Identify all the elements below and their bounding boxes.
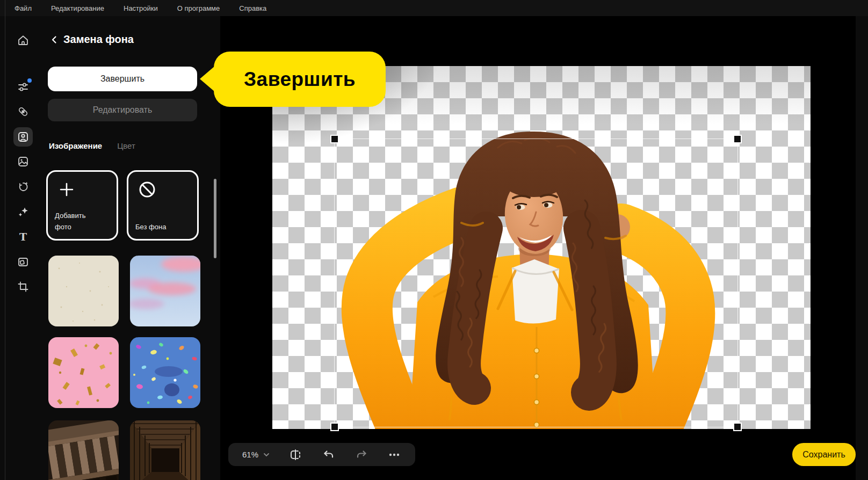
edit-button-label: Редактировать (93, 105, 153, 115)
selection-handle-bottom-left[interactable] (330, 423, 339, 431)
sidebar-item-restore[interactable] (13, 177, 33, 197)
selection-handle-top-left[interactable] (330, 135, 339, 143)
zoom-level-value: 61% (242, 450, 258, 459)
tutorial-callout: Завершить (214, 52, 386, 107)
panel-header: Замена фона (51, 33, 134, 46)
selection-box[interactable] (334, 139, 738, 427)
tab-image[interactable]: Изображение (49, 141, 102, 150)
right-margin-strip (856, 16, 868, 480)
zoom-control[interactable]: 61% (242, 450, 270, 459)
menu-settings[interactable]: Настройки (124, 4, 158, 12)
thumbnail-building-columns[interactable] (48, 420, 119, 480)
callout-arrow-left (200, 66, 215, 92)
more-options-button[interactable] (387, 448, 401, 462)
menu-help[interactable]: Справка (239, 4, 266, 12)
sidebar-item-effects[interactable] (13, 202, 33, 221)
pastel-sky-image (130, 256, 200, 326)
finish-button[interactable]: Завершить (48, 67, 197, 91)
save-button[interactable]: Сохранить (792, 443, 856, 466)
no-background-label: Без фона (135, 222, 166, 233)
sliders-icon (17, 81, 30, 93)
add-photo-label: Добавить фото (55, 210, 85, 233)
menu-file[interactable]: Файл (15, 4, 32, 12)
canvas-toolbar: 61% (228, 443, 415, 466)
building-columns-image (48, 420, 119, 480)
page-title: Замена фона (63, 33, 134, 46)
chevron-down-icon (263, 453, 270, 457)
no-background-card[interactable]: Без фона (127, 170, 199, 241)
portrait-icon (17, 130, 30, 143)
tab-color[interactable]: Цвет (117, 141, 135, 150)
frame-icon (17, 256, 30, 268)
menu-about[interactable]: О программе (177, 4, 220, 12)
thumbnail-blue-confetti[interactable] (130, 337, 200, 408)
panel-scrollbar[interactable] (214, 179, 216, 258)
compare-button[interactable] (288, 448, 302, 462)
save-button-label: Сохранить (802, 450, 845, 460)
wooden-corridor-image (130, 420, 200, 480)
back-icon[interactable] (51, 35, 57, 44)
paper-texture-image (48, 256, 119, 326)
selection-handle-top-right[interactable] (733, 135, 742, 143)
finish-button-label: Завершить (100, 74, 144, 84)
sidebar-item-retouch[interactable] (13, 102, 33, 121)
sparkles-icon (17, 205, 30, 218)
svg-text:T: T (19, 231, 27, 243)
sidebar-item-frame[interactable] (13, 252, 33, 272)
background-source-tabs: Изображение Цвет (49, 141, 135, 150)
thumbnail-pastel-sky[interactable] (130, 256, 200, 326)
sidebar-item-adjustments[interactable] (13, 77, 33, 97)
sidebar-item-portrait[interactable] (13, 127, 33, 147)
plus-icon (57, 180, 76, 199)
undo-icon (322, 448, 335, 461)
thumbnail-paper-texture[interactable] (48, 256, 119, 326)
notification-dot (27, 78, 32, 83)
undo-button[interactable] (322, 448, 336, 462)
redo-icon (355, 448, 368, 461)
window-edge-line (5, 0, 5, 480)
restore-icon (17, 180, 30, 193)
sidebar-item-crop[interactable] (13, 277, 33, 296)
callout-text: Завершить (244, 68, 356, 91)
menu-edit[interactable]: Редактирование (51, 4, 104, 12)
compare-icon (289, 448, 302, 461)
bandaid-icon (17, 105, 30, 118)
thumbnail-wooden-corridor[interactable] (130, 420, 200, 480)
selection-handle-bottom-right[interactable] (733, 423, 742, 431)
ellipsis-icon (387, 448, 401, 461)
prohibition-icon (138, 180, 156, 199)
redo-button[interactable] (355, 448, 368, 462)
image-icon (17, 155, 30, 168)
thumbnail-pink-gold-confetti[interactable] (48, 337, 119, 408)
edit-button[interactable]: Редактировать (48, 99, 197, 121)
add-photo-card[interactable]: Добавить фото (46, 170, 118, 241)
menu-bar: Файл Редактирование Настройки О программ… (0, 0, 868, 16)
sidebar-item-home[interactable] (13, 31, 33, 50)
sidebar-item-text[interactable]: T (13, 227, 33, 246)
pink-gold-confetti-image (48, 337, 119, 408)
crop-icon (17, 280, 30, 293)
text-icon: T (17, 230, 30, 243)
home-icon (17, 34, 30, 47)
sidebar-item-photos[interactable] (13, 152, 33, 171)
blue-confetti-image (130, 337, 200, 408)
